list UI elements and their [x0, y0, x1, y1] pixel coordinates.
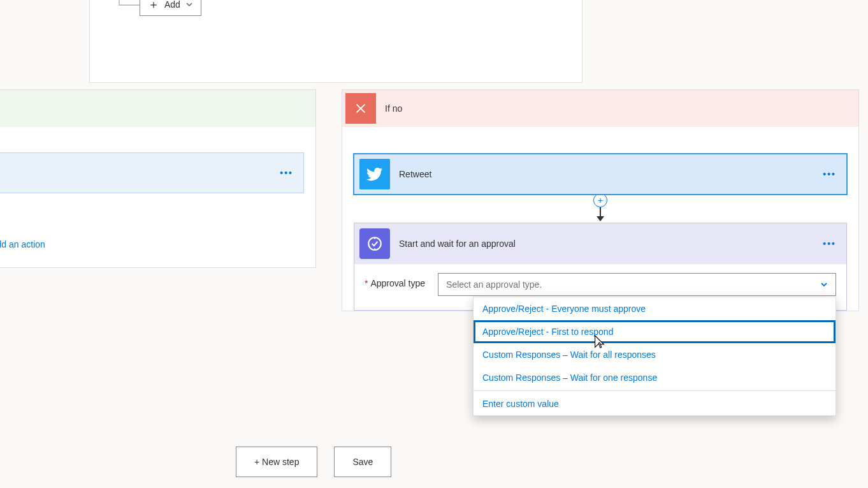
plus-icon: ＋ [148, 0, 159, 10]
new-step-button[interactable]: + New step [236, 447, 317, 477]
if-no-card: If no Retweet ••• + Start and wait for a… [342, 89, 859, 311]
condition-card: toLower(... ✕ contains problem ＋ Add [89, 0, 582, 83]
more-menu-icon[interactable]: ••• [823, 239, 836, 249]
yes-action-card[interactable]: ••• [0, 152, 304, 193]
retweet-action-card[interactable]: Retweet ••• [354, 154, 847, 195]
close-icon [345, 93, 376, 124]
more-menu-icon[interactable]: ••• [280, 168, 293, 178]
chevron-down-icon [185, 1, 193, 8]
if-yes-card: ••• Add an action [0, 89, 316, 268]
svg-point-0 [368, 237, 381, 250]
approval-header[interactable]: Start and wait for an approval ••• [354, 223, 846, 264]
dropdown-option[interactable]: Custom Responses – Wait for one response [474, 366, 835, 389]
if-yes-header[interactable] [0, 90, 315, 127]
retweet-title: Retweet [399, 169, 431, 179]
approval-type-label: Approval type [365, 273, 425, 288]
save-button[interactable]: Save [334, 447, 391, 477]
dropdown-enter-custom[interactable]: Enter custom value [474, 392, 835, 415]
add-action-label: Add an action [0, 239, 45, 249]
dropdown-option[interactable]: Approve/Reject - First to respond [474, 320, 835, 343]
footer-actions: + New step Save [236, 447, 391, 477]
approval-type-dropdown: Approve/Reject - Everyone must approve A… [473, 297, 836, 416]
tree-line [119, 4, 140, 6]
add-condition-button[interactable]: ＋ Add [140, 0, 201, 16]
add-label: Add [164, 0, 180, 10]
connector: + [342, 195, 858, 221]
if-no-header[interactable]: If no [342, 90, 858, 127]
approval-icon [359, 228, 390, 259]
dropdown-option[interactable]: Custom Responses – Wait for all response… [474, 343, 835, 366]
divider [474, 390, 835, 391]
new-step-label: + New step [254, 457, 299, 467]
approval-type-select[interactable]: Select an approval type. [438, 273, 836, 296]
tree-line [119, 0, 120, 4]
chevron-down-icon [820, 281, 828, 288]
if-no-title: If no [385, 103, 402, 114]
insert-step-button[interactable]: + [593, 193, 607, 207]
add-action-button[interactable]: Add an action [0, 238, 315, 251]
dropdown-option[interactable]: Approve/Reject - Everyone must approve [474, 297, 835, 320]
save-label: Save [352, 457, 373, 467]
approval-title: Start and wait for an approval [399, 239, 516, 249]
twitter-icon [359, 159, 390, 189]
select-placeholder: Select an approval type. [446, 279, 542, 290]
more-menu-icon[interactable]: ••• [823, 169, 836, 179]
